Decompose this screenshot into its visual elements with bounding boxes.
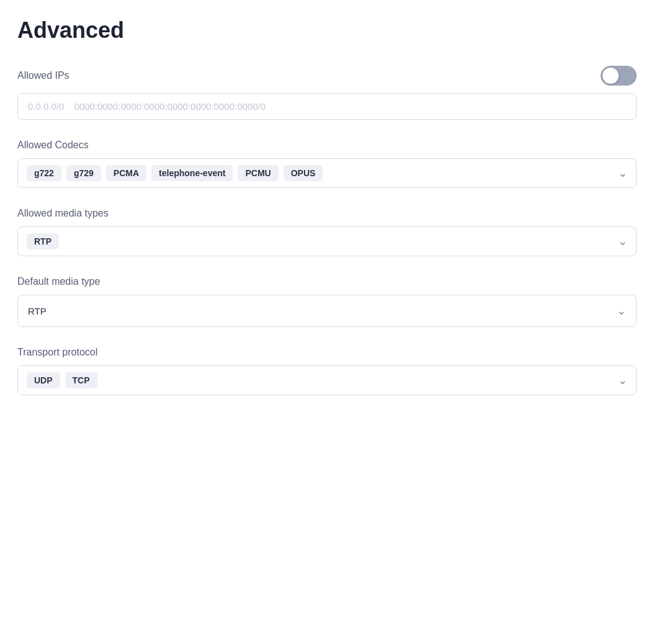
toggle-thumb: [602, 68, 619, 84]
allowed-ips-input-box[interactable]: 0.0.0.0/0 0000:0000:0000:0000:0000:0000:…: [17, 93, 637, 120]
ip-placeholder-ipv4: 0.0.0.0/0: [28, 101, 64, 112]
default-media-type-label: Default media type: [17, 276, 637, 287]
allowed-media-types-section: Allowed media types RTP ⌄: [17, 208, 637, 256]
chevron-down-icon: ⌄: [617, 304, 626, 318]
allowed-media-types-select[interactable]: RTP ⌄: [17, 226, 637, 256]
codec-tag: g729: [66, 165, 101, 181]
ip-placeholder-ipv6: 0000:0000:0000:0000:0000:0000:0000:0000/…: [74, 101, 266, 112]
default-media-type-section: Default media type RTP ⌄: [17, 276, 637, 327]
allowed-codecs-section: Allowed Codecs g722g729PCMAtelephone-eve…: [17, 140, 637, 188]
codec-tag: PCMU: [238, 165, 278, 181]
toggle-track: [601, 66, 637, 86]
transport-protocol-tag: TCP: [65, 372, 97, 388]
media-type-tag: RTP: [27, 233, 59, 249]
transport-protocol-label: Transport protocol: [17, 347, 637, 358]
chevron-down-icon: ⌄: [618, 235, 627, 248]
allowed-media-types-label: Allowed media types: [17, 208, 637, 219]
codec-tag: PCMA: [106, 165, 146, 181]
allowed-ips-label: Allowed IPs: [17, 70, 69, 81]
transport-protocol-tag: UDP: [27, 372, 60, 388]
transport-protocol-tags: UDPTCP: [27, 372, 613, 388]
page-title: Advanced: [17, 17, 637, 43]
default-media-type-value: RTP: [28, 306, 617, 316]
allowed-media-types-tags: RTP: [27, 233, 613, 249]
allowed-ips-section: Allowed IPs 0.0.0.0/0 0000:0000:0000:000…: [17, 66, 637, 120]
codec-tag: telephone-event: [151, 165, 233, 181]
allowed-codecs-select[interactable]: g722g729PCMAtelephone-eventPCMUOPUS ⌄: [17, 158, 637, 188]
codec-tag: OPUS: [284, 165, 323, 181]
transport-protocol-select[interactable]: UDPTCP ⌄: [17, 365, 637, 395]
allowed-codecs-tags: g722g729PCMAtelephone-eventPCMUOPUS: [27, 165, 613, 181]
transport-protocol-section: Transport protocol UDPTCP ⌄: [17, 347, 637, 395]
allowed-ips-toggle[interactable]: [601, 66, 637, 86]
chevron-down-icon: ⌄: [618, 373, 627, 387]
allowed-ips-toggle-row: Allowed IPs: [17, 66, 637, 86]
allowed-codecs-label: Allowed Codecs: [17, 140, 637, 151]
default-media-type-select[interactable]: RTP ⌄: [17, 295, 637, 327]
chevron-down-icon: ⌄: [618, 166, 627, 180]
codec-tag: g722: [27, 165, 61, 181]
